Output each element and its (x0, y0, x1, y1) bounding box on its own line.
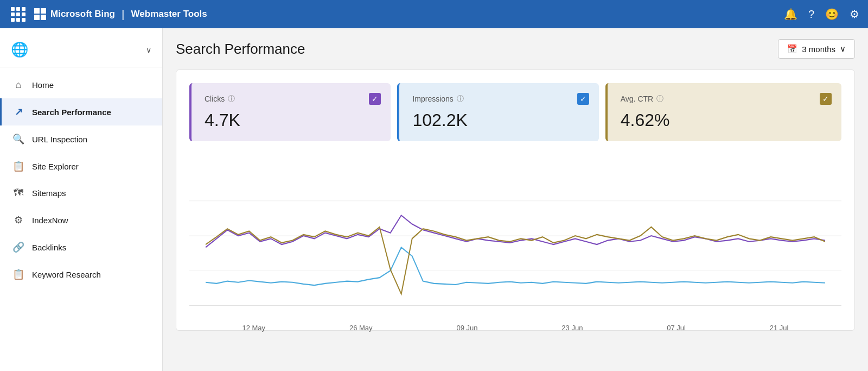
ctr-checkbox[interactable]: ✓ (820, 93, 832, 105)
sidebar-label-url-inspection: URL Inspection (32, 135, 87, 144)
sidebar-item-backlinks[interactable]: 🔗 Backlinks (0, 234, 162, 261)
brand-separator: | (122, 8, 125, 21)
calendar-icon: 📅 (787, 44, 797, 54)
sidebar-collapse-icon[interactable]: ∨ (146, 46, 151, 54)
sidebar-label-home: Home (32, 80, 54, 90)
sidebar-item-indexnow[interactable]: ⚙ IndexNow (0, 206, 162, 234)
globe-icon: 🌐 (11, 41, 28, 58)
topbar-left: Microsoft Bing | Webmaster Tools (9, 5, 207, 24)
ctr-info-icon[interactable]: ⓘ (656, 94, 663, 104)
main-header: Search Performance 📅 3 months ∨ (176, 39, 855, 59)
impressions-value: 102.2K (412, 110, 585, 130)
sidebar-item-sitemaps[interactable]: 🗺 Sitemaps (0, 180, 162, 206)
apps-menu-button[interactable] (9, 5, 28, 24)
performance-chart (189, 154, 841, 317)
topbar: Microsoft Bing | Webmaster Tools 🔔 ? 😊 ⚙ (0, 0, 868, 28)
clicks-info-icon[interactable]: ⓘ (228, 94, 235, 104)
ctr-stat: Avg. CTR ⓘ 4.62% ✓ (605, 83, 841, 141)
brand-name: Microsoft Bing (50, 9, 115, 20)
clicks-stat: Clicks ⓘ 4.7K ✓ (189, 83, 391, 141)
settings-icon[interactable]: ⚙ (850, 8, 859, 21)
search-performance-icon: ↗ (12, 106, 24, 118)
product-name: Webmaster Tools (131, 9, 207, 20)
help-icon[interactable]: ? (808, 8, 814, 21)
stats-row: Clicks ⓘ 4.7K ✓ Impressions ⓘ 102.2K ✓ (189, 83, 841, 141)
main-content: Search Performance 📅 3 months ∨ Clicks ⓘ… (163, 28, 868, 371)
chart-label-4: 07 Jul (667, 324, 686, 332)
notification-icon[interactable]: 🔔 (784, 8, 797, 21)
windows-icon (34, 8, 46, 20)
clicks-label: Clicks ⓘ (205, 94, 378, 104)
sidebar-header: 🌐 ∨ (0, 33, 162, 67)
chart-label-3: 23 Jun (561, 324, 583, 332)
clicks-value: 4.7K (205, 110, 378, 130)
sidebar-label-keyword-research: Keyword Research (32, 270, 101, 279)
ctr-value: 4.62% (621, 110, 828, 130)
site-explorer-icon: 📋 (12, 160, 24, 172)
chart-label-2: 09 Jun (456, 324, 477, 332)
sidebar-label-site-explorer: Site Explorer (32, 162, 79, 171)
sidebar: 🌐 ∨ ⌂ Home ↗ Search Performance 🔍 URL In… (0, 28, 163, 371)
account-icon[interactable]: 😊 (825, 8, 839, 21)
sidebar-item-site-explorer[interactable]: 📋 Site Explorer (0, 153, 162, 180)
clicks-checkbox[interactable]: ✓ (369, 93, 381, 105)
layout: 🌐 ∨ ⌂ Home ↗ Search Performance 🔍 URL In… (0, 28, 868, 371)
chart-area: 12 May 26 May 09 Jun 23 Jun 07 Jul 21 Ju… (189, 154, 841, 317)
indexnow-icon: ⚙ (12, 214, 24, 226)
impressions-checkbox[interactable]: ✓ (577, 93, 589, 105)
sidebar-label-indexnow: IndexNow (32, 216, 68, 225)
topbar-right: 🔔 ? 😊 ⚙ (784, 8, 859, 21)
backlinks-icon: 🔗 (12, 241, 24, 253)
performance-card: Clicks ⓘ 4.7K ✓ Impressions ⓘ 102.2K ✓ (176, 70, 855, 331)
sidebar-label-sitemaps: Sitemaps (32, 188, 66, 198)
chart-label-1: 26 May (349, 324, 373, 332)
page-title: Search Performance (176, 41, 305, 58)
brand-logo: Microsoft Bing | Webmaster Tools (34, 8, 207, 21)
impressions-stat: Impressions ⓘ 102.2K ✓ (397, 83, 598, 141)
sidebar-item-search-performance[interactable]: ↗ Search Performance (0, 98, 162, 125)
home-icon: ⌂ (12, 79, 24, 91)
keyword-research-icon: 📋 (12, 268, 24, 280)
impressions-info-icon[interactable]: ⓘ (457, 94, 464, 104)
impressions-label: Impressions ⓘ (412, 94, 585, 104)
sitemaps-icon: 🗺 (12, 187, 24, 199)
sidebar-label-backlinks: Backlinks (32, 243, 66, 252)
chart-labels: 12 May 26 May 09 Jun 23 Jun 07 Jul 21 Ju… (189, 319, 841, 332)
chevron-down-icon: ∨ (840, 44, 846, 54)
sidebar-label-search-performance: Search Performance (32, 108, 111, 117)
sidebar-item-keyword-research[interactable]: 📋 Keyword Research (0, 261, 162, 288)
date-filter-label: 3 months (802, 45, 835, 54)
chart-label-0: 12 May (242, 324, 265, 332)
ctr-label: Avg. CTR ⓘ (621, 94, 828, 104)
chart-label-5: 21 Jul (770, 324, 789, 332)
sidebar-item-url-inspection[interactable]: 🔍 URL Inspection (0, 125, 162, 153)
url-inspection-icon: 🔍 (12, 133, 24, 145)
sidebar-item-home[interactable]: ⌂ Home (0, 72, 162, 98)
date-filter-button[interactable]: 📅 3 months ∨ (778, 39, 855, 59)
